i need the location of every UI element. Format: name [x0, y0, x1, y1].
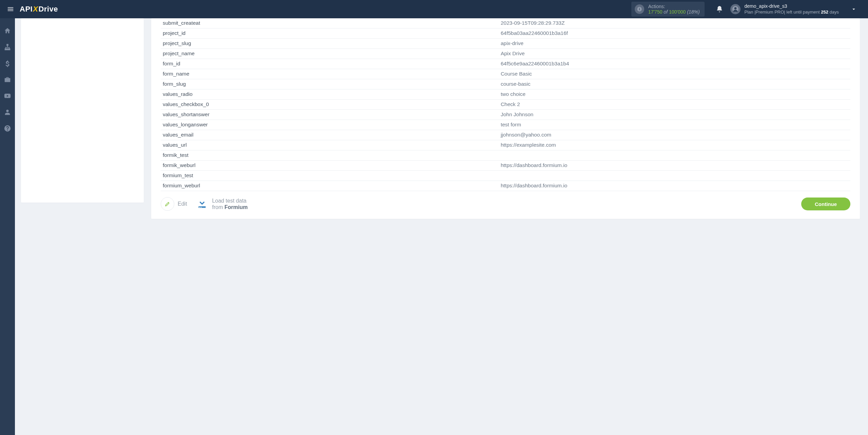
row-key: project_name	[161, 49, 499, 59]
row-key: values_checkbox_0	[161, 100, 499, 110]
load-brand: Formium	[224, 204, 248, 210]
row-value: Apix Drive	[499, 49, 850, 59]
user-plan-days-suffix: days	[828, 9, 839, 15]
actions-usage-pill[interactable]: i Actions: 17'750 of 100'000 (18%)	[631, 2, 705, 17]
row-value: two choice	[499, 89, 850, 100]
user-plan-days: 252	[821, 9, 828, 15]
panel-actions: Edit Load test data from Formium Continu…	[161, 191, 850, 211]
main-area: submit_createat2023-09-15T09:28:29.733Zp…	[15, 18, 868, 435]
row-value: John Johnson	[499, 110, 850, 120]
row-key: formik_weburl	[161, 161, 499, 171]
svg-rect-6	[7, 49, 8, 50]
row-value	[499, 171, 850, 181]
edit-button[interactable]: Edit	[161, 197, 187, 211]
connections-icon[interactable]	[2, 42, 13, 52]
row-value: 2023-09-15T09:28:29.733Z	[499, 18, 850, 28]
actions-percent: (18%)	[686, 9, 699, 15]
user-plan: Plan |Premium PRO| left until payment 25…	[745, 9, 839, 15]
table-row: values_urlhttps://examplesite.com	[161, 140, 850, 150]
table-row: values_shortanswerJohn Johnson	[161, 110, 850, 120]
pencil-icon	[161, 197, 174, 211]
actions-of: of	[662, 9, 669, 15]
row-value: 64f5ba03aa22460001b3a16f	[499, 28, 850, 39]
download-icon	[196, 197, 208, 211]
table-row: submit_createat2023-09-15T09:28:29.733Z	[161, 18, 850, 28]
row-key: formium_test	[161, 171, 499, 181]
app-header: API X Drive i Actions: 17'750 of 100'000…	[0, 0, 868, 18]
table-row: values_longanswertest form	[161, 120, 850, 130]
table-row: formium_test	[161, 171, 850, 181]
user-plan-prefix: Plan |Premium PRO| left until payment	[745, 9, 821, 15]
home-icon[interactable]	[2, 26, 13, 36]
help-icon[interactable]	[2, 123, 13, 133]
table-row: project_id64f5ba03aa22460001b3a16f	[161, 28, 850, 39]
row-value: course-basic	[499, 79, 850, 89]
svg-rect-7	[9, 49, 10, 50]
logo-text-x: X	[33, 5, 38, 14]
row-key: form_id	[161, 59, 499, 69]
row-key: project_slug	[161, 39, 499, 49]
table-row: formik_test	[161, 150, 850, 161]
row-value: https://dashboard.formium.io	[499, 161, 850, 171]
row-key: submit_createat	[161, 18, 499, 28]
row-key: formik_test	[161, 150, 499, 161]
row-value: apix-drive	[499, 39, 850, 49]
load-test-data-button[interactable]: Load test data from Formium	[196, 197, 248, 211]
edit-label: Edit	[178, 201, 187, 207]
row-key: values_email	[161, 130, 499, 140]
row-key: values_shortanswer	[161, 110, 499, 120]
user-text: demo_apix-drive_s3 Plan |Premium PRO| le…	[745, 3, 839, 15]
load-line2: from Formium	[212, 204, 248, 210]
user-name: demo_apix-drive_s3	[745, 3, 839, 9]
row-key: values_radio	[161, 89, 499, 100]
hamburger-menu-icon[interactable]	[6, 5, 15, 14]
user-icon[interactable]	[2, 107, 13, 117]
load-line1: Load test data	[212, 198, 248, 204]
row-value: 64f5c6e9aa22460001b3a1b4	[499, 59, 850, 69]
svg-text:i: i	[639, 7, 640, 11]
row-key: values_url	[161, 140, 499, 150]
actions-current: 17'750	[648, 9, 663, 15]
data-panel: submit_createat2023-09-15T09:28:29.733Zp…	[151, 18, 860, 219]
row-value	[499, 150, 850, 161]
row-key: values_longanswer	[161, 120, 499, 130]
row-value: https://examplesite.com	[499, 140, 850, 150]
load-from-prefix: from	[212, 204, 224, 210]
bell-icon[interactable]	[715, 4, 724, 14]
user-block[interactable]: demo_apix-drive_s3 Plan |Premium PRO| le…	[730, 3, 839, 15]
row-value: jjohnson@yahoo.com	[499, 130, 850, 140]
table-row: values_checkbox_0Check 2	[161, 100, 850, 110]
row-key: form_slug	[161, 79, 499, 89]
youtube-icon[interactable]	[2, 91, 13, 101]
logo-text-drive: Drive	[38, 5, 58, 14]
sidebar	[0, 18, 15, 435]
table-row: values_emailjjohnson@yahoo.com	[161, 130, 850, 140]
table-row: form_id64f5c6e9aa22460001b3a1b4	[161, 59, 850, 69]
table-row: formik_weburlhttps://dashboard.formium.i…	[161, 161, 850, 171]
row-key: form_name	[161, 69, 499, 79]
continue-button[interactable]: Continue	[801, 198, 850, 210]
svg-rect-4	[7, 44, 8, 46]
left-panel	[21, 18, 144, 203]
row-key: formium_weburl	[161, 181, 499, 191]
table-row: formium_weburlhttps://dashboard.formium.…	[161, 181, 850, 191]
table-row: values_radiotwo choice	[161, 89, 850, 100]
logo[interactable]: API X Drive	[20, 5, 58, 14]
actions-text: Actions: 17'750 of 100'000 (18%)	[648, 4, 700, 15]
row-value: https://dashboard.formium.io	[499, 181, 850, 191]
billing-icon[interactable]	[2, 58, 13, 68]
chevron-down-icon[interactable]	[849, 4, 859, 14]
info-icon: i	[635, 4, 644, 14]
table-row: project_slugapix-drive	[161, 39, 850, 49]
briefcase-icon[interactable]	[2, 75, 13, 85]
key-value-table: submit_createat2023-09-15T09:28:29.733Zp…	[161, 18, 850, 191]
table-row: form_nameCourse Basic	[161, 69, 850, 79]
row-value: Check 2	[499, 100, 850, 110]
avatar-icon	[730, 4, 741, 14]
actions-total: 100'000	[669, 9, 686, 15]
table-row: project_nameApix Drive	[161, 49, 850, 59]
actions-label: Actions:	[648, 4, 700, 9]
row-value: test form	[499, 120, 850, 130]
table-row: form_slugcourse-basic	[161, 79, 850, 89]
row-key: project_id	[161, 28, 499, 39]
